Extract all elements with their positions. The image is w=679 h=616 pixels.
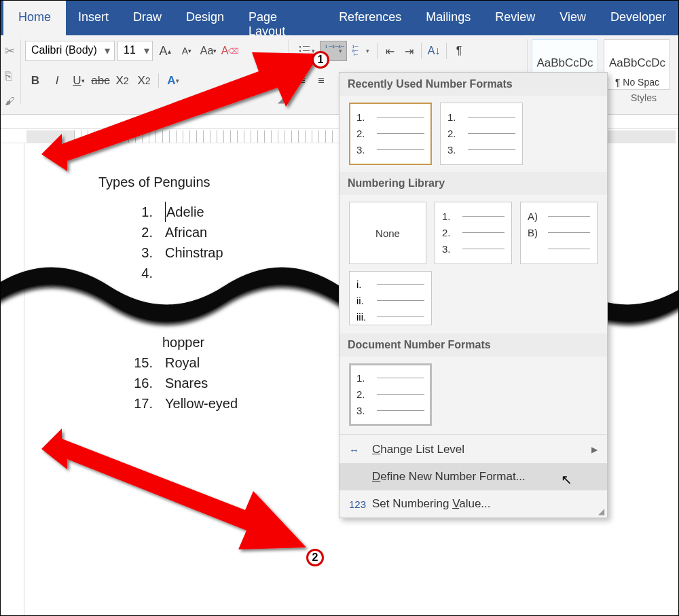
tab-references[interactable]: References	[327, 1, 414, 35]
sort-button[interactable]: A↓	[424, 41, 443, 60]
ribbon-tab-strip: Home Insert Draw Design Page Layout Refe…	[1, 1, 678, 35]
tab-page-layout[interactable]: Page Layout	[236, 1, 327, 35]
font-name-combo[interactable]: Calibri (Body)	[25, 41, 115, 61]
decrease-indent-button[interactable]: ⇤	[380, 41, 399, 60]
list-item: 3.Chinstrap	[132, 242, 223, 263]
bullets-icon	[298, 45, 310, 57]
tab-view[interactable]: View	[547, 1, 598, 35]
underline-button[interactable]: U▾	[69, 71, 89, 90]
clipboard-group	[2, 39, 21, 105]
multilevel-button[interactable]: ▾	[347, 41, 374, 61]
list-item: hopper	[162, 332, 238, 352]
italic-button[interactable]: I	[47, 71, 67, 90]
cut-icon[interactable]	[5, 43, 18, 57]
numbered-list-bottom: hopper 15.Royal 16.Snares 17.Yellow-eyed	[132, 332, 238, 414]
styles-group-label: Styles	[631, 92, 657, 103]
menu-label: Change List Level	[372, 443, 464, 456]
clear-format-icon[interactable]: A⌫	[221, 41, 240, 60]
font-size-combo[interactable]: 11	[117, 41, 153, 61]
list-item: 16.Snares	[132, 373, 238, 393]
align-left-button[interactable]: ≡	[293, 71, 312, 90]
list-item: 15.Royal	[132, 352, 238, 373]
style-sample: AaBbCcDc	[604, 56, 669, 70]
number-format-swatch[interactable]: 1. 2. 3.	[435, 202, 512, 264]
tab-review[interactable]: Review	[483, 1, 547, 35]
style-nospace-label: ¶ No Spac	[604, 77, 669, 88]
number-format-swatch[interactable]: i. ii. iii.	[349, 271, 432, 325]
panel-header-recent: Recently Used Number Formats	[340, 73, 607, 96]
align-center-button[interactable]: ≡	[312, 71, 331, 90]
list-item: 2.African	[132, 222, 223, 242]
menu-set-numbering-value[interactable]: 123 Set Numbering Value...	[340, 490, 607, 518]
list-item: 4.	[132, 263, 223, 283]
tab-mailings[interactable]: Mailings	[414, 1, 483, 35]
tab-design[interactable]: Design	[174, 1, 236, 35]
annotation-badge-2: 2	[306, 549, 324, 566]
menu-change-list-level[interactable]: ↔ Change List Level ▶	[340, 436, 607, 463]
list-item: 17.Yellow-eyed	[132, 393, 238, 414]
change-case-icon[interactable]: Aa▾	[199, 41, 218, 60]
number-format-swatch[interactable]: 1. 2. 3.	[349, 363, 432, 426]
style-nospace[interactable]: AaBbCcDc ¶ No Spac	[604, 39, 670, 90]
font-group-launcher[interactable]: ◢	[278, 95, 284, 105]
copy-icon[interactable]	[5, 69, 18, 83]
style-sample: AaBbCcDc	[532, 56, 598, 70]
submenu-arrow-icon: ▶	[591, 445, 598, 454]
show-marks-button[interactable]: ¶	[449, 41, 469, 60]
format-painter-icon[interactable]	[5, 95, 18, 109]
bold-button[interactable]: B	[25, 71, 45, 90]
menu-define-new-format[interactable]: Define New Number Format...	[340, 463, 607, 490]
panel-header-docformats: Document Number Formats	[340, 333, 607, 357]
number-format-swatch[interactable]: A) B)	[520, 202, 598, 264]
tab-insert[interactable]: Insert	[66, 1, 121, 35]
font-group: Calibri (Body) 11 A▴ A▾ Aa▾ A⌫ B I U▾ ab…	[25, 39, 289, 105]
torn-text: hopper	[162, 332, 204, 352]
multilevel-icon	[352, 45, 365, 57]
numbered-list-top: 1.Adelie 2.African 3.Chinstrap 4.	[132, 202, 223, 283]
subscript-button[interactable]: X2	[112, 71, 132, 90]
strikethrough-button[interactable]: abc	[90, 71, 111, 90]
list-item: 1.Adelie	[132, 202, 223, 222]
doc-heading: Types of Penguins	[98, 175, 210, 190]
number-format-swatch[interactable]: 1. 2. 3.	[349, 103, 432, 165]
grow-font-icon[interactable]: A▴	[155, 41, 175, 60]
change-level-icon: ↔	[349, 444, 363, 456]
number-format-none[interactable]: None	[349, 202, 426, 264]
panel-header-library: Numbering Library	[340, 172, 607, 195]
superscript-button[interactable]: X2	[134, 71, 154, 90]
text-effects-button[interactable]: A▾	[163, 71, 183, 90]
numbering-dropdown-panel: Recently Used Number Formats 1. 2. 3. 1.…	[339, 72, 608, 518]
number-format-swatch[interactable]: 1. 2. 3.	[440, 103, 523, 165]
annotation-badge-1: 1	[312, 51, 329, 69]
shrink-font-icon[interactable]: A▾	[177, 41, 196, 60]
set-value-icon: 123	[349, 499, 363, 510]
tab-draw[interactable]: Draw	[121, 1, 174, 35]
tab-developer[interactable]: Developer	[598, 1, 678, 35]
panel-resize-grip[interactable]: ◢	[598, 507, 604, 516]
tab-home[interactable]: Home	[3, 1, 66, 35]
menu-label: Define New Number Format...	[372, 470, 526, 484]
menu-label: Set Numbering Value...	[372, 497, 491, 511]
increase-indent-button[interactable]: ⇥	[399, 41, 418, 60]
